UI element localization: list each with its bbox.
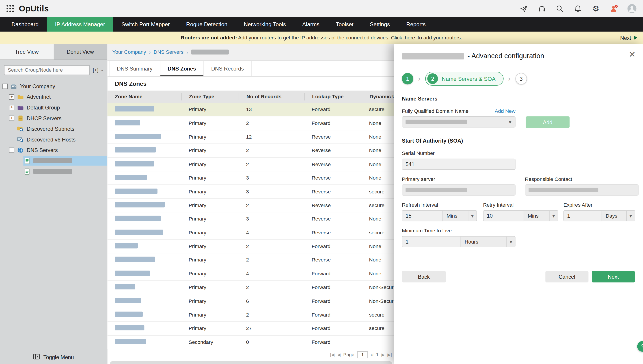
tree-item-your-company[interactable]: −Your Company xyxy=(0,81,107,92)
zone-name-link-redacted[interactable] xyxy=(115,243,138,248)
nav-item-ip-address-manager[interactable]: IP Address Manager xyxy=(47,17,113,32)
column-header-zone-type[interactable]: Zone Type xyxy=(181,93,239,100)
zone-name-link-redacted[interactable] xyxy=(115,230,163,235)
expand-toggle-icon[interactable]: + xyxy=(9,94,14,100)
tab-dns-zones[interactable]: DNS Zones xyxy=(160,61,204,76)
responsible-contact-input[interactable] xyxy=(525,184,638,196)
zone-name-link-redacted[interactable] xyxy=(115,284,135,290)
expires-unit-select[interactable]: Days ▼ xyxy=(602,210,635,221)
tree-item-discovered-v6-hosts[interactable]: Discovered v6 Hosts xyxy=(0,134,107,145)
zone-name-link-redacted[interactable] xyxy=(115,174,147,180)
tree-item-redacted[interactable] xyxy=(0,155,107,166)
expand-all-control[interactable]: [+] xyxy=(93,67,98,73)
last-page-icon[interactable]: ▶| xyxy=(388,352,392,357)
retry-unit-select[interactable]: Mins ▼ xyxy=(524,210,558,221)
chevron-down-icon[interactable]: ▼ xyxy=(626,211,635,221)
nav-item-settings[interactable]: Settings xyxy=(362,17,398,32)
headset-icon[interactable] xyxy=(537,4,546,13)
tree-search-input[interactable] xyxy=(4,65,90,75)
add-button[interactable]: Add xyxy=(526,116,570,128)
min-ttl-input[interactable] xyxy=(402,236,461,247)
page-number-input[interactable] xyxy=(357,351,368,358)
zone-name-link-redacted[interactable] xyxy=(115,298,141,303)
refresh-unit-select[interactable]: Mins ▼ xyxy=(443,210,477,221)
tree-item-dhcp-servers[interactable]: +DHCP Servers xyxy=(0,113,107,124)
retry-interval-input[interactable] xyxy=(483,210,524,221)
apps-grid-icon[interactable] xyxy=(7,5,14,12)
column-header-lookup-type[interactable]: Lookup Type xyxy=(304,93,362,100)
expires-after-input[interactable] xyxy=(563,210,602,221)
tree-item-dns-servers[interactable]: −DNS Servers xyxy=(0,144,107,155)
zone-name-link-redacted[interactable] xyxy=(115,339,146,344)
expand-toggle-icon[interactable]: + xyxy=(9,105,14,110)
help-bubble-button[interactable]: ? xyxy=(637,341,643,352)
tab-dns-summary[interactable]: DNS Summary xyxy=(109,61,160,76)
collapse-toggle-icon[interactable]: − xyxy=(9,147,14,153)
nav-item-rogue-detection[interactable]: Rogue Detection xyxy=(178,17,235,32)
zone-name-link-redacted[interactable] xyxy=(115,106,154,112)
zone-name-link-redacted[interactable] xyxy=(115,202,165,208)
settings-icon[interactable]: ⚙ xyxy=(591,4,600,13)
tree-item-adventnet[interactable]: +Adventnet xyxy=(0,91,107,102)
zone-name-link-redacted[interactable] xyxy=(115,161,154,166)
zone-name-link-redacted[interactable] xyxy=(115,120,140,125)
collapse-all-control[interactable]: - xyxy=(101,67,103,73)
serial-number-input[interactable] xyxy=(402,159,515,170)
tab-donut-view[interactable]: Donut View xyxy=(54,44,107,60)
zone-name-link-redacted[interactable] xyxy=(115,188,157,194)
horizontal-scrollbar[interactable] xyxy=(110,361,392,364)
back-button[interactable]: Back xyxy=(402,271,446,282)
wizard-step-2-active[interactable]: 2 Name Servers & SOA xyxy=(425,72,503,86)
add-new-link[interactable]: Add New xyxy=(495,108,515,114)
column-header-zone-name[interactable]: Zone Name xyxy=(108,93,181,100)
cancel-button[interactable]: Cancel xyxy=(545,271,588,282)
feedback-icon[interactable] xyxy=(609,4,618,13)
zone-name-link-redacted[interactable] xyxy=(115,216,161,221)
toggle-menu-button[interactable]: Toggle Menu xyxy=(0,354,107,361)
first-page-icon[interactable]: |◀ xyxy=(330,352,334,357)
next-button[interactable]: Next xyxy=(592,271,635,282)
zone-name-link-redacted[interactable] xyxy=(115,325,144,331)
wizard-step-3[interactable]: 3 xyxy=(515,73,527,84)
notifications-icon[interactable] xyxy=(573,4,582,13)
search-icon[interactable] xyxy=(555,4,564,13)
next-page-icon[interactable]: ▶ xyxy=(382,352,385,357)
prev-page-icon[interactable]: ◀ xyxy=(337,352,340,357)
tab-tree-view[interactable]: Tree View xyxy=(0,44,54,60)
tree-item-default-group[interactable]: +Default Group xyxy=(0,102,107,113)
zone-name-link-redacted[interactable] xyxy=(115,147,156,153)
chevron-down-icon[interactable]: ▼ xyxy=(505,117,515,127)
chevron-down-icon[interactable]: ▼ xyxy=(468,211,476,221)
zone-name-link-redacted[interactable] xyxy=(115,270,150,276)
tree-item-discovered-subnets[interactable]: Discovered Subnets xyxy=(0,123,107,134)
user-avatar[interactable] xyxy=(627,4,636,13)
tree-item-redacted[interactable] xyxy=(0,166,107,177)
collapse-toggle-icon[interactable]: − xyxy=(3,84,8,89)
chevron-down-icon[interactable]: ▼ xyxy=(506,236,515,247)
wizard-step-1[interactable]: 1 xyxy=(402,73,413,84)
breadcrumb-dns-servers[interactable]: DNS Servers xyxy=(154,49,184,55)
send-icon[interactable] xyxy=(519,4,528,13)
close-icon[interactable]: ✕ xyxy=(629,50,635,59)
add-routers-link[interactable]: here xyxy=(405,35,415,41)
fqdn-select[interactable]: ▼ xyxy=(402,116,515,128)
breadcrumb-your-company[interactable]: Your Company xyxy=(113,49,146,55)
tab-dns-records[interactable]: DNS Records xyxy=(204,61,252,76)
zone-name-link-redacted[interactable] xyxy=(115,134,161,139)
nav-item-dashboard[interactable]: Dashboard xyxy=(3,17,47,32)
primary-server-input[interactable] xyxy=(402,184,515,196)
banner-next-button[interactable]: Next xyxy=(620,32,637,44)
chevron-down-icon[interactable]: ▼ xyxy=(549,211,558,221)
expand-toggle-icon[interactable]: + xyxy=(9,115,14,121)
nav-item-reports[interactable]: Reports xyxy=(398,17,434,32)
tree-item-body: Your Company xyxy=(10,81,107,91)
zone-name-link-redacted[interactable] xyxy=(115,312,143,317)
min-ttl-unit-select[interactable]: Hours ▼ xyxy=(461,236,515,247)
refresh-interval-input[interactable] xyxy=(402,210,443,221)
nav-item-alarms[interactable]: Alarms xyxy=(294,17,328,32)
nav-item-switch-port-mapper[interactable]: Switch Port Mapper xyxy=(113,17,178,32)
nav-item-toolset[interactable]: Toolset xyxy=(328,17,362,32)
zone-name-link-redacted[interactable] xyxy=(115,257,155,262)
column-header-no-of-records[interactable]: No of Records xyxy=(239,93,304,100)
nav-item-networking-tools[interactable]: Networking Tools xyxy=(236,17,294,32)
